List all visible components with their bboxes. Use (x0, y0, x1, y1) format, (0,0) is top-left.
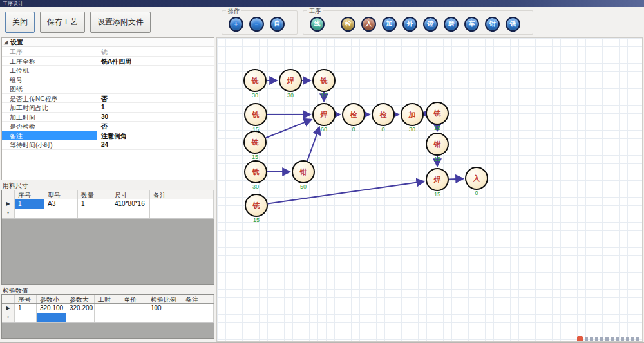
flow-node-n7[interactable]: 钳50 (291, 160, 316, 190)
title-bar[interactable]: 工序设计 (0, 0, 644, 7)
inspection-table[interactable]: 序号参数小参数大工时单价检验比例备注▶1320.100320.200100* (1, 294, 214, 339)
property-row-3[interactable]: 工位机 (2, 66, 214, 75)
tool-add-button[interactable]: + (229, 17, 243, 32)
flow-node-n9[interactable]: 焊60 (312, 103, 336, 133)
table-cell[interactable]: 320.100 (37, 304, 66, 313)
property-row-7[interactable]: 加工时间占比1 (2, 103, 214, 113)
table-cell[interactable] (37, 313, 66, 322)
tool-machining-button[interactable]: 加 (382, 17, 397, 32)
flow-node-n3[interactable]: 铣15 (312, 69, 336, 98)
property-row-5[interactable]: 图纸 (2, 84, 214, 94)
property-row-9[interactable]: 是否检验否 (2, 122, 214, 131)
flow-node-n1[interactable]: 铣30 (243, 69, 267, 98)
flow-node-circle[interactable]: 检 (372, 103, 395, 126)
property-value[interactable]: 24 (97, 140, 214, 149)
flow-node-n14[interactable]: 钳15 (425, 133, 450, 162)
table-cell[interactable] (111, 209, 150, 218)
flow-node-n15[interactable]: 焊15 (425, 168, 450, 198)
flow-node-circle[interactable]: 铣 (244, 160, 267, 183)
table-cell[interactable]: * (2, 313, 15, 322)
tool-store-in-button[interactable]: 入 (361, 17, 376, 32)
flow-node-circle[interactable]: 铣 (426, 102, 449, 125)
flow-node-n4[interactable]: 铣15 (243, 103, 268, 133)
property-row-11[interactable]: 等待时间(小时)24 (2, 140, 214, 150)
property-row-2[interactable]: 工序全称铣A件四周 (2, 57, 214, 66)
flow-node-circle[interactable]: 铣 (243, 69, 267, 92)
table-cell[interactable] (150, 209, 214, 218)
property-value[interactable]: 30 (97, 113, 214, 122)
table-new-row[interactable]: * (2, 313, 214, 323)
flow-node-n8[interactable]: 铣15 (244, 194, 269, 223)
tool-grinding-button[interactable]: 磨 (444, 17, 459, 32)
property-value[interactable]: 铣 (97, 47, 214, 56)
tool-milling-button[interactable]: 铣 (506, 17, 520, 32)
table-cell[interactable] (182, 313, 214, 322)
property-value[interactable]: 注意倒角 (97, 131, 214, 140)
table-cell[interactable] (147, 313, 182, 322)
flow-node-circle[interactable]: 铣 (245, 194, 268, 217)
flow-node-circle[interactable]: 检 (342, 103, 365, 126)
flow-node-circle[interactable]: 焊 (426, 168, 449, 191)
tool-line-button[interactable]: 线 (310, 17, 325, 32)
table-cell[interactable] (120, 304, 147, 313)
flow-node-circle[interactable]: 入 (465, 167, 488, 190)
flow-node-n11[interactable]: 检0 (371, 103, 395, 133)
table-cell[interactable]: 1 (78, 199, 111, 209)
property-value[interactable]: 铣A件四周 (97, 57, 214, 66)
table-new-row[interactable]: * (2, 209, 214, 219)
collapse-triangle-icon[interactable]: ◢ (4, 39, 8, 45)
tool-auto-button[interactable]: 自 (270, 17, 285, 32)
table-cell[interactable]: 410*80*16 (111, 199, 150, 209)
table-cell[interactable]: * (2, 209, 15, 218)
table-cell[interactable] (120, 313, 147, 322)
flow-node-n12[interactable]: 加30 (400, 103, 424, 133)
table-cell[interactable] (44, 209, 78, 218)
table-cell[interactable]: ▶ (2, 304, 15, 313)
flow-node-circle[interactable]: 铣 (312, 69, 336, 92)
property-section-header[interactable]: ◢ 设置 (2, 38, 214, 47)
table-cell[interactable]: 100 (147, 304, 182, 313)
property-row-6[interactable]: 是否上传NC程序否 (2, 94, 214, 104)
table-cell[interactable] (78, 209, 111, 218)
flow-node-n6[interactable]: 铣30 (243, 160, 268, 190)
property-grid[interactable]: ◢ 设置 工序铣工序全称铣A件四周工位机组号图纸是否上传NC程序否加工时间占比1… (1, 37, 214, 180)
flow-node-circle[interactable]: 铣 (243, 131, 267, 154)
tool-external-button[interactable]: 外 (402, 17, 417, 32)
table-cell[interactable] (182, 304, 214, 313)
table-cell[interactable]: 1 (15, 304, 37, 313)
save-process-button[interactable]: 保存工艺 (40, 12, 85, 33)
table-cell[interactable] (15, 209, 44, 218)
flow-node-circle[interactable]: 焊 (312, 103, 336, 126)
tool-remove-button[interactable]: − (249, 17, 264, 32)
flow-node-circle[interactable]: 钳 (426, 133, 449, 156)
property-row-4[interactable]: 组号 (2, 75, 214, 85)
property-value[interactable]: 1 (97, 103, 214, 112)
table-cell[interactable] (15, 313, 37, 322)
flow-node-circle[interactable]: 焊 (279, 69, 302, 92)
set-attachment-button[interactable]: 设置添附文件 (90, 12, 151, 33)
flow-node-n10[interactable]: 检0 (341, 103, 366, 133)
property-value[interactable] (97, 84, 214, 93)
tool-turning-button[interactable]: 车 (464, 17, 479, 32)
table-cell[interactable]: A3 (44, 199, 78, 209)
table-cell[interactable] (95, 313, 120, 322)
tool-inspect-button[interactable]: 检 (341, 17, 355, 32)
flow-node-n13[interactable]: 铣15 (425, 102, 450, 131)
property-value[interactable]: 否 (97, 122, 214, 131)
table-cell[interactable]: 320.200 (66, 304, 95, 313)
property-row-1[interactable]: 工序铣 (2, 47, 214, 57)
flow-node-n5[interactable]: 铣15 (243, 131, 267, 160)
property-value[interactable] (97, 75, 214, 84)
flowchart-canvas[interactable]: 铣30焊30铣15铣15铣15铣30钳50铣15焊60检0检0加30铣15钳15… (216, 37, 643, 342)
property-row-8[interactable]: 加工时间30 (2, 113, 214, 122)
flow-node-n2[interactable]: 焊30 (278, 69, 303, 98)
property-value[interactable]: 否 (97, 94, 214, 103)
flow-node-circle[interactable]: 钳 (292, 160, 315, 183)
table-cell[interactable] (95, 304, 120, 313)
property-value[interactable] (97, 66, 214, 75)
table-row[interactable]: ▶1320.100320.200100 (2, 304, 214, 313)
tool-boring-button[interactable]: 镗 (423, 17, 438, 32)
tool-bench-button[interactable]: 钳 (485, 17, 500, 32)
table-cell[interactable]: ▶ (2, 199, 15, 209)
table-cell[interactable] (150, 199, 214, 209)
